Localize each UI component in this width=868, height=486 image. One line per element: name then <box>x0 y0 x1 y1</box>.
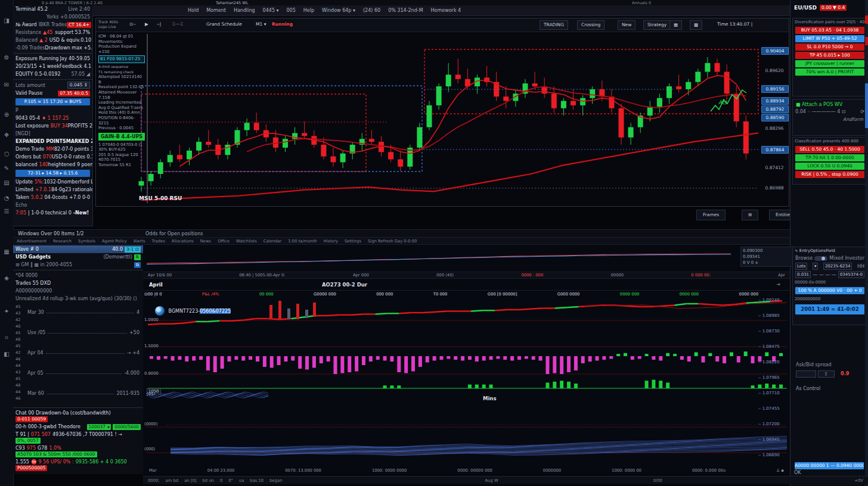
status-item[interactable]: 0 <box>220 478 222 483</box>
mail-icon[interactable]: ✉ <box>2 81 11 89</box>
log-row[interactable]: 00-h 000-3-gwbd Theodore100037 ◂0000/560… <box>13 423 143 431</box>
status-item[interactable]: bas.10 <box>250 478 264 483</box>
candlestick-chart[interactable]: Ats <box>96 32 788 205</box>
bottom-tab[interactable]: Sign Refresh Day 0-0:00 <box>368 239 417 244</box>
bottom-tab[interactable]: Office <box>218 239 230 244</box>
classification-band[interactable]: LOCK 0.50 U 0.0940 <box>795 163 864 170</box>
bottom-tab[interactable]: Calendar <box>264 239 282 244</box>
signal-band[interactable]: 70% win A.0 | PROFIT <box>795 68 864 76</box>
add-icon[interactable]: ⊕ <box>2 111 11 119</box>
toolbar-button-trading[interactable]: TRADING <box>540 20 568 30</box>
lots-button[interactable]: Lots <box>795 263 807 270</box>
classification-band[interactable]: SELL 0.50 45.0 · 40 1.5000 <box>795 146 864 153</box>
toolbar-icon-2[interactable]: ‒| <box>157 21 161 27</box>
status-item[interactable]: am bd <box>166 478 179 483</box>
status-item[interactable]: an [0] <box>184 478 196 483</box>
rollup-row[interactable]: Use /05+50 <box>24 329 143 337</box>
log-row[interactable]: 1.555⛔ 9 56 UPS/ 0% :0935-586 + 4 0 3650… <box>13 458 143 472</box>
gear-icon[interactable]: ⚙ <box>2 54 11 62</box>
schedule-label[interactable]: Grand Schedule <box>206 21 242 27</box>
toolbar-button-crossing[interactable]: Crossing <box>577 20 604 30</box>
bottom-tab[interactable]: 1:00 ta/month <box>288 239 317 244</box>
mini-line-chart[interactable] <box>143 245 738 270</box>
menu-item[interactable]: Moment <box>206 8 226 13</box>
bottom-tab[interactable]: Advertisement <box>17 239 46 244</box>
period-next-icon[interactable]: ⇥ <box>776 282 780 287</box>
hex-icon[interactable]: ⬡ <box>2 150 11 158</box>
status-item[interactable]: 0000; <box>148 478 160 483</box>
symbol-row[interactable]: USD Gadgets(Demowrttl)R <box>13 253 143 261</box>
clock-icon[interactable]: ◔ <box>2 194 11 202</box>
lots-dropdown[interactable]: ▾ <box>813 263 819 270</box>
toolbar-icon-1[interactable]: ▶ <box>145 21 148 27</box>
submit-order-button[interactable]: 2001 1:49 = 41-0:02 <box>795 304 864 314</box>
status-item[interactable]: 0° <box>228 478 233 483</box>
status-item[interactable]: oa <box>239 478 244 483</box>
sidebar-scrollbar[interactable] <box>865 0 868 486</box>
menu-icon[interactable]: ☰ <box>2 207 11 216</box>
bottom-tab[interactable]: News <box>200 239 211 244</box>
signal-band[interactable]: TP 45 0.015 ▸ 100 <box>795 52 864 59</box>
bottom-tab[interactable]: Alerts <box>134 239 145 244</box>
classification-band[interactable]: TP-70 hit 1 0 00-0000 <box>795 154 864 161</box>
menu-item[interactable]: 0445 ▾ <box>263 8 279 13</box>
spread-stepper[interactable]: Ξ <box>818 370 835 378</box>
signal-band[interactable]: BUY 05.03 A5 · 04 1.0938 <box>795 27 864 34</box>
menu-item[interactable]: 0% 314-2nd-M <box>388 8 423 13</box>
classification-band[interactable]: RISK | 0.5% , stop 0.0900 <box>795 171 864 178</box>
indicator-chart[interactable] <box>143 291 790 467</box>
menu-item[interactable]: Homework 4 <box>431 8 461 13</box>
timeframe-select[interactable]: M1 ▾ <box>256 21 266 27</box>
step-id-field[interactable]: 0345374-0 <box>838 271 864 278</box>
value-badge[interactable]: 0.045 ⇕ <box>67 82 90 89</box>
bottom-tab[interactable]: History <box>324 239 338 244</box>
menu-item[interactable]: (24) 60 <box>363 8 380 13</box>
overlay-quote-box[interactable]: B1 P20 9833-07-25 <box>98 55 145 63</box>
toolbar-icon-0[interactable]: ⊙‒ <box>129 21 136 27</box>
step-value-field[interactable]: 0.031 <box>795 271 811 278</box>
rollup-row[interactable]: Apr 04→ +4 <box>24 349 143 357</box>
edit-icon[interactable]: ✎ <box>2 164 11 173</box>
rollup-row[interactable]: Mar 304 <box>24 309 143 316</box>
toolbar-icon-3[interactable]: ⌶····⌶ <box>172 21 184 27</box>
signal-band[interactable]: SL 0.0 P10 5000 → 0 <box>795 43 864 51</box>
menu-item[interactable]: 005 <box>287 8 296 13</box>
ok-label[interactable]: OK <box>794 470 801 475</box>
selected-list-row[interactable]: Wave # 040.03-1 ⊡ <box>13 245 143 253</box>
log-row[interactable]: Chat 00 Drawdown-0a (cost/bandwidth)0-01… <box>13 409 143 423</box>
autoscroll-band[interactable]: A0000 00000 1 — 0.0940 000000 <box>792 461 866 471</box>
chart-footer-button-frames[interactable]: Frames <box>696 210 726 220</box>
scroll-thumb[interactable] <box>865 83 868 128</box>
star-icon[interactable]: ✦ <box>2 307 11 316</box>
investor-toggle[interactable] <box>814 256 827 261</box>
selected-badge[interactable]: 3-1 ⊡ <box>125 247 141 253</box>
diamond-icon[interactable]: ◈ <box>2 274 11 282</box>
rows-icon[interactable]: ▤ <box>2 179 11 187</box>
bottom-tab[interactable]: Settings <box>345 239 361 244</box>
signal-band[interactable]: JPY crossover | runner <box>795 60 864 67</box>
menu-item[interactable]: Hold <box>188 8 199 13</box>
status-item[interactable]: bit on <box>202 478 214 483</box>
menu-item[interactable]: Help <box>303 8 314 13</box>
chart-footer-button-⊞[interactable]: ⊞ <box>742 210 758 220</box>
panel-icon[interactable]: ◨ <box>2 17 11 25</box>
half-icon[interactable]: ◧ <box>2 350 11 359</box>
log-row[interactable]: C93975G781.0%A5070 103 & 500m 550 /000 0… <box>13 444 143 458</box>
toolbar-icon-button-0[interactable]: ▦ <box>669 20 682 30</box>
attach-pos-row[interactable]: 0.04 ◦ ————— 4 ⊡⟳ <box>793 108 867 116</box>
value-badge[interactable]: CT 16.4+ <box>67 22 91 28</box>
bottom-tab[interactable]: Research <box>53 239 72 244</box>
lots-value-field[interactable]: 20235-6234 <box>823 263 852 270</box>
rollup-row[interactable]: Apr 05-4.000 <box>24 369 143 377</box>
signal-band[interactable]: LIMIT W P50 + 05-49-52 <box>795 35 864 42</box>
bottom-tab[interactable]: Trades <box>152 239 165 244</box>
toolbar-button-strategy[interactable]: Strategy <box>643 20 671 30</box>
bottom-tab[interactable]: Watchlists <box>236 239 257 244</box>
instrument-row[interactable]: ⊞ GM ‖ ▦ in 2000-4055⧉ <box>13 261 143 269</box>
hash-icon[interactable]: ⌗ <box>2 334 11 342</box>
status-item[interactable]: began <box>269 478 282 483</box>
spread-box-1[interactable] <box>796 370 816 378</box>
log-row[interactable]: T 91 |071 5074936-67036 ,7 T0000791 ! →0… <box>13 431 143 444</box>
bottom-tab[interactable]: Agent Policy <box>102 239 127 244</box>
bottom-tab[interactable]: Symbols <box>78 239 95 244</box>
